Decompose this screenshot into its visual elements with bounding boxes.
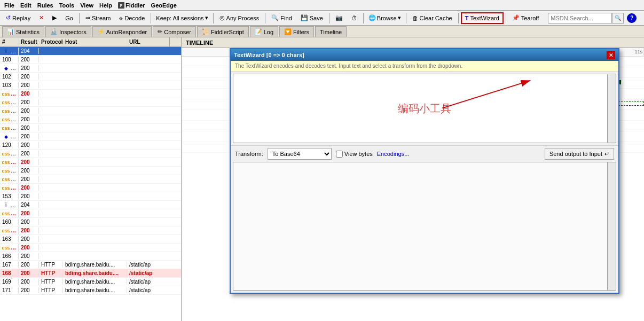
table-row[interactable]: 160 200	[0, 218, 181, 226]
rules-menu[interactable]: Rules	[35, 2, 56, 9]
css-icon: css	[2, 159, 10, 166]
send-icon: ↵	[604, 151, 609, 158]
msdn-search-container: 🔍	[546, 13, 624, 24]
table-row[interactable]: css121 200	[0, 150, 181, 158]
tab-autoresponder[interactable]: ⚡ AutoResponder	[92, 26, 152, 37]
transform-select[interactable]: To Base64 From Base64 URL Encode URL Dec…	[268, 148, 332, 160]
statistics-icon: 📊	[7, 28, 14, 35]
css-icon: css	[2, 167, 10, 175]
sessions-header: # Result Protocol Host URL	[0, 37, 181, 47]
css-icon: css	[2, 150, 10, 158]
table-row[interactable]: css164 200	[0, 244, 181, 252]
textwizard-dialog: TextWizard [0 => 0 chars] ✕ The TextWiza…	[230, 48, 619, 294]
table-row[interactable]: i99 204	[0, 47, 181, 56]
tab-inspectors[interactable]: 🔬 Inspectors	[45, 26, 91, 37]
table-row[interactable]: css150 200	[0, 184, 181, 192]
table-row[interactable]: 168 200 HTTP bdimg.share.baidu.... /stat…	[0, 269, 181, 278]
table-row[interactable]: 153 200	[0, 192, 181, 201]
table-row[interactable]: 102 200	[0, 73, 181, 81]
sessions-panel: # Result Protocol Host URL i99 204 100 2…	[0, 37, 182, 321]
msdn-search-button[interactable]: 🔍	[612, 13, 624, 24]
output-scrollbar[interactable]	[607, 162, 616, 290]
view-bytes-checkbox[interactable]	[336, 151, 343, 158]
right-panel: TIMELINE 6s 7s 8s 9s 10s 11s	[182, 37, 644, 321]
table-row[interactable]: ◆115 200	[0, 132, 181, 141]
table-row[interactable]: 169 200 HTTP bdimg.share.baidu.... /stat…	[0, 278, 181, 286]
view-bytes-label[interactable]: View bytes	[336, 151, 373, 158]
table-row[interactable]: css158 200	[0, 209, 181, 218]
x-icon: ✕	[39, 14, 44, 21]
find-icon: 🔍	[271, 14, 279, 21]
table-row[interactable]: css131 200	[0, 158, 181, 167]
table-row[interactable]: css132 200	[0, 167, 181, 175]
stream-icon: ⇒	[85, 14, 90, 21]
help-menu[interactable]: Help	[97, 2, 114, 9]
timer-icon: ⏱	[351, 15, 357, 21]
tab-statistics[interactable]: 📊 Statistics	[2, 26, 44, 37]
table-row[interactable]: i154 204	[0, 201, 181, 209]
svg-text:F: F	[120, 4, 123, 7]
table-row[interactable]: 166 200	[0, 252, 181, 261]
table-row[interactable]: css149 200	[0, 175, 181, 184]
msdn-search-input[interactable]	[548, 13, 612, 24]
tab-timeline[interactable]: Timeline	[315, 26, 347, 37]
tab-log[interactable]: 📝 Log	[250, 26, 278, 37]
table-row[interactable]: css162 200	[0, 226, 181, 235]
table-row[interactable]: css105 200	[0, 90, 181, 98]
info-icon: i	[2, 201, 10, 209]
find-button[interactable]: 🔍 Find	[268, 12, 295, 24]
table-row[interactable]: css106 200	[0, 98, 181, 107]
transform-label: Transform:	[235, 151, 263, 157]
replay-button[interactable]: ↺ Replay	[2, 12, 34, 24]
css-icon: css	[2, 116, 10, 123]
table-row[interactable]: 163 200	[0, 235, 181, 244]
fiddler-menu[interactable]: F Fiddler	[116, 2, 147, 9]
tab-composer[interactable]: ✏ Composer	[153, 26, 196, 37]
dialog-output-textarea[interactable]	[233, 162, 616, 290]
camera-icon: 📷	[335, 14, 343, 21]
textwizard-icon: T	[465, 15, 469, 21]
timer-button[interactable]: ⏱	[348, 12, 361, 24]
dialog-info: The TextWizard encodes and decodes text.…	[231, 61, 618, 72]
forward-button[interactable]: ▶	[49, 12, 60, 24]
encodings-link[interactable]: Encodings...	[377, 151, 410, 157]
table-row[interactable]: 171 200 HTTP bdimg.share.baidu.... /stat…	[0, 286, 181, 295]
go-button[interactable]: Go	[61, 12, 77, 24]
clear-cache-button[interactable]: 🗑 Clear Cache	[409, 12, 456, 24]
table-row[interactable]: css108 200	[0, 115, 181, 124]
table-row[interactable]: 120 200	[0, 141, 181, 150]
table-row[interactable]: 100 200	[0, 56, 181, 64]
table-row[interactable]: ◆101 200	[0, 64, 181, 73]
edit-menu[interactable]: Edit	[18, 2, 34, 9]
tab-filters[interactable]: 🔽 Filters	[279, 26, 314, 37]
geoedge-menu[interactable]: GeoEdge	[149, 2, 179, 9]
clear-icon: 🗑	[412, 15, 418, 21]
save-button[interactable]: 💾 Save	[297, 12, 327, 24]
table-row[interactable]: css109 200	[0, 124, 181, 132]
browse-dropdown[interactable]: 🌐 Browse ▾	[366, 12, 404, 24]
decode-button[interactable]: ⎆ Decode	[115, 12, 148, 24]
stream-button[interactable]: ⇒ Stream	[82, 12, 114, 24]
view-menu[interactable]: View	[78, 2, 96, 9]
dialog-titlebar: TextWizard [0 => 0 chars] ✕	[231, 49, 618, 61]
col-header-host: Host	[63, 37, 127, 46]
file-menu[interactable]: File	[2, 2, 17, 9]
any-process-button[interactable]: ◎ Any Process	[216, 12, 263, 24]
textwizard-button[interactable]: T TextWizard	[461, 12, 504, 24]
input-scrollbar[interactable]	[607, 74, 616, 143]
dialog-close-button[interactable]: ✕	[607, 51, 615, 59]
tearoff-button[interactable]: 📌 Tearoff	[508, 12, 543, 24]
fiddlerscript-icon: 📜	[202, 28, 209, 35]
tab-fiddlerscript[interactable]: 📜 FiddlerScript	[197, 26, 249, 37]
screenshot-button[interactable]: 📷	[332, 12, 347, 24]
keep-dropdown[interactable]: Keep: All sessions ▾	[153, 12, 210, 24]
send-output-button[interactable]: Send output to Input ↵	[545, 148, 614, 160]
dialog-input-textarea[interactable]	[233, 74, 616, 143]
table-row[interactable]: css107 200	[0, 107, 181, 115]
table-row[interactable]: 167 200 HTTP bdimg.share.baidu.... /stat…	[0, 261, 181, 269]
dialog-input-area: 编码小工具	[233, 74, 616, 143]
x-button[interactable]: ✕	[35, 12, 48, 24]
tools-menu[interactable]: Tools	[57, 2, 77, 9]
help-icon-button[interactable]: ?	[627, 13, 637, 23]
table-row[interactable]: 103 200	[0, 81, 181, 90]
